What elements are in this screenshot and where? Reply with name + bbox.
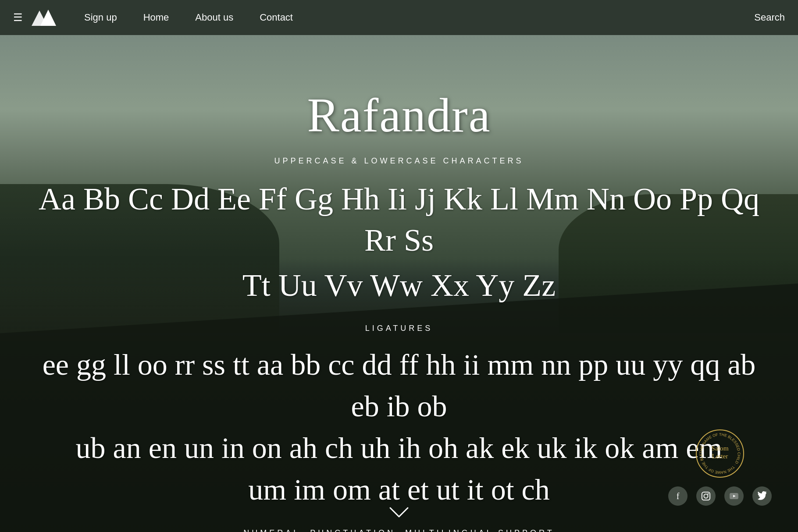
ligatures-label: LIGATURES [365,324,433,333]
svg-text:Letter: Letter [712,452,728,460]
hamburger-icon[interactable]: ☰ [13,11,23,24]
youtube-icon[interactable] [724,486,744,506]
social-icons: f [668,486,772,506]
nav-links: Sign up Home About us Contact [84,12,754,23]
social-bar: THE NAME OF THE BLESSED CHILD · THE NAME… [668,429,772,506]
stamp-circle: THE NAME OF THE BLESSED CHILD · THE NAME… [696,429,744,478]
ligatures-line2: ub an en un in on ah ch uh ih oh ak ek u… [41,427,758,469]
search-button[interactable]: Search [754,12,785,23]
hero-section: Rafandra UPPERCASE & LOWERCASE CHARACTER… [0,35,798,532]
numeral-label: NUMERAL, PUNCTUATION, MULTILINGUAL SUPPO… [243,528,554,532]
nav-signup[interactable]: Sign up [84,12,117,23]
nav-about[interactable]: About us [195,12,233,23]
alphabet-line2: Tt Uu Vv Ww Xx Yy Zz [216,265,582,306]
uppercase-label: UPPERCASE & LOWERCASE CHARACTERS [274,156,524,166]
svg-text:Salom: Salom [711,444,728,452]
twitter-icon[interactable] [752,486,772,506]
svg-point-7 [708,493,709,495]
svg-point-6 [704,494,708,498]
facebook-icon[interactable]: f [668,486,688,506]
navbar: ☰ Sign up Home About us Contact Search [0,0,798,35]
chevron-down-icon[interactable] [388,503,410,523]
alphabet-line1: Aa Bb Cc Dd Ee Ff Gg Hh Ii Jj Kk Ll Mm N… [0,179,798,261]
ligatures-line1: ee gg ll oo rr ss tt aa bb cc dd ff hh i… [0,344,798,427]
nav-contact[interactable]: Contact [260,12,293,23]
instagram-icon[interactable] [696,486,716,506]
font-title: Rafandra [307,88,491,143]
nav-home[interactable]: Home [143,12,169,23]
logo[interactable] [32,6,58,29]
svg-rect-5 [702,492,710,500]
